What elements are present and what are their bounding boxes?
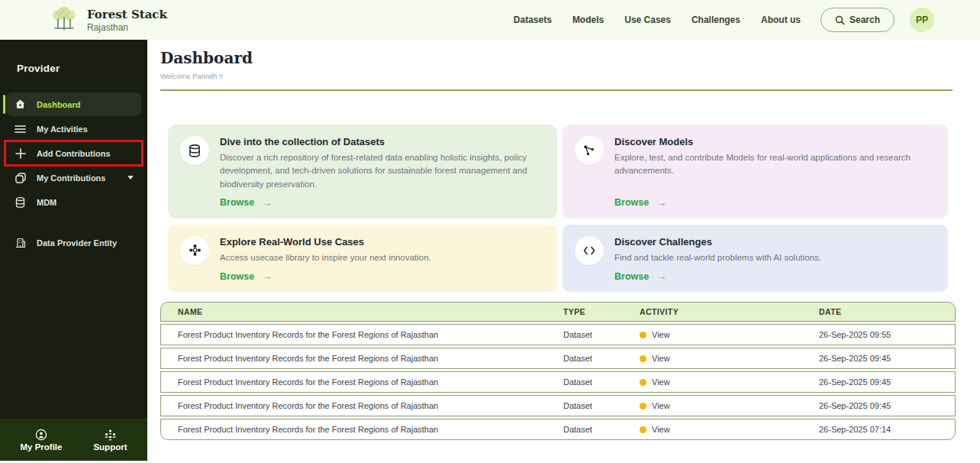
cell-date: 26-Sep-2025 09:45 [819,401,955,410]
browse-challenges-link[interactable]: Browse → [614,264,934,282]
top-nav: Datasets Models Use Cases Challenges Abo… [514,15,801,25]
cell-activity: View [652,377,670,387]
cell-name: Forest Product Inventory Records for the… [178,354,563,363]
activity-table: NAME TYPE ACTIVITY DATE Forest Product I… [160,302,956,440]
nav-models[interactable]: Models [572,15,604,25]
nav-datasets[interactable]: Datasets [514,15,552,25]
card-title: Dive into the collection of Datasets [220,136,543,147]
sidebar-item-label: Dashboard [37,100,80,109]
status-dot [640,379,646,386]
card-models[interactable]: Discover Models Explore, test, and contr… [563,125,948,219]
sidebar-nav: Dashboard My Activities Add Contribution… [0,92,147,254]
cell-date: 26-Sep-2025 07:14 [819,425,955,434]
cell-type: Dataset [563,401,640,410]
nav-challenges[interactable]: Challenges [691,15,740,25]
person-circle-icon [35,429,47,441]
card-description: Discover a rich repository of forest-rel… [220,151,543,191]
table-header-row: NAME TYPE ACTIVITY DATE [160,302,956,322]
feature-cards: Dive into the collection of Datasets Dis… [168,125,953,292]
search-button[interactable]: Search [820,8,895,32]
support-label: Support [93,442,127,452]
sidebar-footer: My Profile Support [0,419,147,461]
sidebar-title: Provider [0,40,147,74]
people-group-icon [104,429,117,441]
sidebar-item-label: My Activities [37,125,88,134]
column-header-activity: ACTIVITY [640,307,819,316]
cell-name: Forest Product Inventory Records for the… [178,401,563,410]
arrow-right-icon: → [656,270,666,282]
cell-activity: View [652,401,670,410]
cell-activity: View [652,425,670,434]
plus-icon [14,148,27,159]
welcome-text: Welcome Parinith !! [160,72,953,80]
status-dot [640,355,646,362]
four-petal-hub-icon [180,236,209,265]
sidebar-item-dashboard[interactable]: Dashboard [6,92,141,116]
my-profile-button[interactable]: My Profile [20,429,62,452]
cell-type: Dataset [563,377,640,387]
sidebar-item-my-activities[interactable]: My Activities [6,117,141,141]
browse-label: Browse [614,197,649,208]
nav-about-us[interactable]: About us [761,15,801,25]
browse-label: Browse [220,271,254,282]
card-description: Explore, test, and contribute Models for… [614,151,934,178]
card-title: Discover Models [614,136,934,147]
green-divider [160,89,953,91]
avatar[interactable]: PP [910,8,934,32]
main-content: Dashboard Welcome Parinith !! Dive into … [147,40,980,463]
table-row[interactable]: Forest Product Inventory Records for the… [160,371,956,393]
browse-use-cases-link[interactable]: Browse → [220,264,543,282]
chevron-down-icon[interactable] [127,176,134,180]
top-header: Forest Stack Rajasthan Datasets Models U… [0,0,980,40]
sidebar-item-label: MDM [37,198,56,207]
card-title: Explore Real-World Use Cases [220,236,543,248]
cell-type: Dataset [563,354,640,363]
building-icon [14,238,27,248]
home-icon [14,99,27,110]
card-use-cases[interactable]: Explore Real-World Use Cases Access usec… [168,225,557,292]
column-header-date: DATE [819,307,955,316]
column-header-name: NAME [178,307,563,316]
sidebar-item-add-contributions[interactable]: Add Contributions [6,141,141,165]
search-icon [835,15,845,25]
browse-datasets-link[interactable]: Browse → [220,191,543,209]
status-dot [640,403,646,410]
sidebar-item-my-contributions[interactable]: My Contributions [6,166,141,189]
sidebar-item-label: My Contributions [37,173,105,183]
sidebar-item-label: Add Contributions [37,149,111,158]
brand[interactable]: Forest Stack Rajasthan [49,5,167,34]
table-row[interactable]: Forest Product Inventory Records for the… [160,324,956,345]
copy-icon [14,173,27,183]
sidebar: Provider Dashboard My Activities [0,40,147,461]
card-description: Access usecase library to inspire your n… [220,251,543,264]
status-dot [640,426,646,433]
status-dot [640,332,646,338]
database-icon [14,197,27,208]
cell-date: 26-Sep-2025 09:55 [819,330,955,339]
arrow-right-icon: → [262,270,272,282]
column-header-type: TYPE [563,307,640,316]
browse-models-link[interactable]: Browse → [614,191,934,209]
sidebar-item-data-provider-entity[interactable]: Data Provider Entity [6,231,141,254]
brand-subtitle: Rajasthan [87,22,167,33]
network-share-icon [575,136,604,165]
browse-label: Browse [614,271,649,282]
sidebar-item-mdm[interactable]: MDM [6,190,141,214]
nav-use-cases[interactable]: Use Cases [624,15,671,25]
cell-date: 26-Sep-2025 09:45 [819,354,955,363]
sidebar-item-label: Data Provider Entity [37,238,117,248]
cell-activity: View [652,330,670,339]
arrow-right-icon: → [262,197,272,209]
cell-type: Dataset [563,330,640,339]
cell-name: Forest Product Inventory Records for the… [178,425,563,434]
browse-label: Browse [220,197,254,208]
table-row[interactable]: Forest Product Inventory Records for the… [160,395,956,416]
table-row[interactable]: Forest Product Inventory Records for the… [160,419,956,440]
card-challenges[interactable]: Discover Challenges Find and tackle real… [563,225,948,292]
arrow-right-icon: → [656,197,666,209]
table-row[interactable]: Forest Product Inventory Records for the… [160,348,956,369]
list-icon [14,125,27,134]
card-datasets[interactable]: Dive into the collection of Datasets Dis… [168,125,557,219]
code-brackets-icon [575,236,604,265]
support-button[interactable]: Support [93,429,127,452]
